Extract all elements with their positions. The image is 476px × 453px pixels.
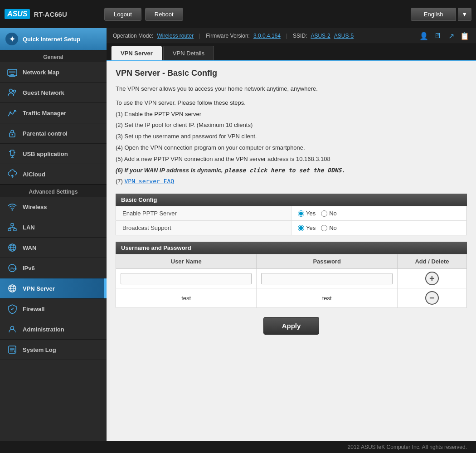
- ssid1-value[interactable]: ASUS-2: [311, 33, 330, 39]
- svg-rect-10: [10, 150, 14, 156]
- quick-setup-icon: ✦: [5, 33, 18, 45]
- enable-pptp-no-radio[interactable]: [321, 210, 327, 217]
- broadcast-no-radio[interactable]: [321, 225, 327, 231]
- sidebar-item-traffic-manager[interactable]: Traffic Manager: [0, 103, 107, 123]
- sidebar-item-system-log[interactable]: System Log: [0, 340, 107, 360]
- guest-network-label: Guest Network: [23, 89, 64, 96]
- footer: 2012 ASUSTeK Computer Inc. All rights re…: [0, 441, 476, 453]
- tab-vpn-server[interactable]: VPN Server: [111, 46, 162, 60]
- sidebar: ✦ Quick Internet Setup General Network M…: [0, 28, 107, 441]
- sidebar-item-vpn-server[interactable]: VPN Server: [0, 278, 107, 299]
- sidebar-item-wireless[interactable]: Wireless: [0, 197, 107, 217]
- firmware-label: Firmware Version:: [206, 33, 250, 39]
- parental-control-label: Parental control: [23, 130, 68, 137]
- aicloud-icon: [6, 168, 18, 180]
- new-password-cell: [257, 269, 397, 288]
- page-inner: VPN Server - Basic Config The VPN server…: [107, 61, 476, 346]
- sidebar-item-wan[interactable]: WAN: [0, 238, 107, 258]
- enable-pptp-yes-radio[interactable]: [298, 210, 304, 217]
- firewall-icon: [6, 303, 18, 315]
- system-log-label: System Log: [23, 346, 56, 353]
- steps-intro: To use the VPN server. Please follow the…: [116, 98, 467, 108]
- svg-point-5: [14, 90, 16, 93]
- svg-rect-18: [11, 224, 14, 226]
- existing-user-row: test test −: [116, 288, 467, 308]
- broadcast-no-label[interactable]: No: [321, 224, 337, 231]
- sidebar-item-lan[interactable]: LAN: [0, 217, 107, 238]
- general-section-label: General: [0, 50, 107, 62]
- operation-mode-value[interactable]: Wireless router: [157, 33, 194, 39]
- ddns-link[interactable]: please click here to set the DDNS.: [224, 167, 345, 174]
- language-dropdown-button[interactable]: ▼: [458, 8, 471, 21]
- broadcast-yes-text: Yes: [306, 224, 316, 231]
- wireless-label: Wireless: [23, 204, 47, 210]
- status-icons: 👤 🖥 ↗ 📋: [419, 31, 470, 41]
- new-password-input[interactable]: [261, 273, 392, 284]
- svg-rect-3: [9, 71, 15, 73]
- enable-pptp-no-label[interactable]: No: [321, 210, 337, 217]
- ipv6-label: IPv6: [23, 265, 35, 272]
- apply-button[interactable]: Apply: [263, 317, 320, 335]
- broadcast-yes-radio[interactable]: [298, 225, 304, 231]
- new-username-input[interactable]: [121, 273, 252, 284]
- settings-status-icon: 📋: [460, 31, 470, 41]
- wan-label: WAN: [23, 244, 36, 251]
- svg-rect-12: [14, 152, 15, 153]
- add-button-cell: +: [397, 269, 466, 288]
- main-layout: ✦ Quick Internet Setup General Network M…: [0, 28, 476, 441]
- existing-username-value: test: [181, 295, 191, 302]
- sidebar-item-quick-setup[interactable]: ✦ Quick Internet Setup: [0, 28, 107, 50]
- existing-username-cell: test: [116, 288, 257, 308]
- user-password-table: User Name Password Add / Delete: [116, 254, 467, 308]
- network-map-icon: [6, 66, 18, 78]
- broadcast-support-row: Broadcast Support Yes No: [116, 221, 467, 235]
- lan-icon: [6, 221, 18, 233]
- language-selector: English ▼: [411, 8, 471, 21]
- desc-intro: The VPN server allows you to access your…: [116, 84, 467, 94]
- svg-point-4: [10, 89, 13, 93]
- firmware-value[interactable]: 3.0.0.4.164: [253, 33, 281, 39]
- ipv6-icon: IPv6: [6, 262, 18, 274]
- ssid-label: SSID:: [293, 33, 307, 39]
- copyright-text: 2012 ASUSTeK Computer Inc. All rights re…: [348, 444, 467, 450]
- logo-area: ASUS RT-AC66U: [5, 9, 95, 19]
- enable-pptp-label: Enable PPTP Server: [116, 206, 291, 221]
- svg-rect-1: [10, 74, 14, 75]
- sidebar-item-ipv6[interactable]: IPv6 IPv6: [0, 258, 107, 278]
- add-user-button[interactable]: +: [425, 272, 439, 285]
- vpn-faq-link[interactable]: VPN server FAQ: [125, 178, 175, 185]
- lan-label: LAN: [23, 224, 35, 231]
- broadcast-support-value: Yes No: [291, 221, 467, 235]
- broadcast-yes-label[interactable]: Yes: [298, 224, 316, 231]
- sidebar-item-firewall[interactable]: Firewall: [0, 299, 107, 319]
- ssid2-value[interactable]: ASUS-5: [334, 33, 354, 39]
- delete-user-button[interactable]: −: [425, 291, 439, 305]
- svg-point-6: [10, 112, 11, 113]
- sidebar-item-aicloud[interactable]: AiCloud: [0, 164, 107, 185]
- reboot-button[interactable]: Reboot: [145, 8, 183, 21]
- administration-label: Administration: [23, 326, 64, 333]
- basic-config-header: Basic Config: [116, 194, 467, 206]
- existing-password-cell: test: [257, 288, 397, 308]
- language-button[interactable]: English: [411, 8, 456, 21]
- new-username-cell: [116, 269, 257, 288]
- tabs-bar: VPN Server VPN Details: [107, 44, 476, 61]
- svg-rect-16: [8, 229, 11, 231]
- enable-pptp-yes-label[interactable]: Yes: [298, 210, 316, 217]
- user-pass-header: Username and Password: [116, 242, 467, 254]
- administration-icon: [6, 323, 18, 335]
- sidebar-item-guest-network[interactable]: Guest Network: [0, 83, 107, 103]
- tab-vpn-details[interactable]: VPN Details: [163, 46, 214, 60]
- sidebar-item-parental-control[interactable]: Parental control: [0, 123, 107, 144]
- logout-button[interactable]: Logout: [104, 8, 141, 21]
- step4: (4) Open the VPN connection program on y…: [116, 143, 467, 153]
- header: ASUS RT-AC66U Logout Reboot English ▼: [0, 0, 476, 28]
- delete-button-cell: −: [397, 288, 466, 308]
- wireless-icon: [6, 201, 18, 213]
- sidebar-item-administration[interactable]: Administration: [0, 319, 107, 340]
- sidebar-item-usb-application[interactable]: USB application: [0, 144, 107, 164]
- traffic-manager-icon: [6, 107, 18, 119]
- usb-application-icon: [6, 148, 18, 160]
- sidebar-item-network-map[interactable]: Network Map: [0, 62, 107, 83]
- svg-point-15: [12, 209, 13, 211]
